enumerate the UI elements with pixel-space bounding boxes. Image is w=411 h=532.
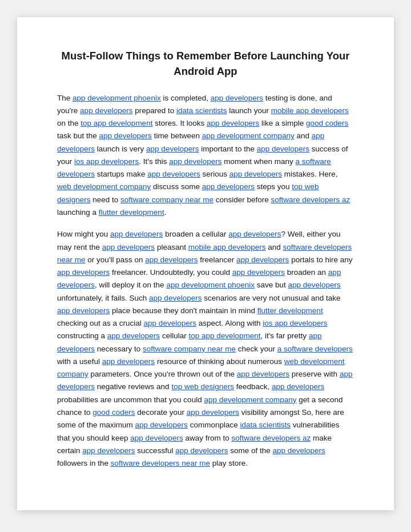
link-app-developers-14[interactable]: app developers: [102, 243, 155, 251]
link-app-developers-20[interactable]: app developers: [288, 281, 341, 289]
link-app-developers-27[interactable]: app developers: [237, 370, 289, 378]
link-ios-app-developers-2[interactable]: ios app developers: [263, 319, 327, 327]
link-app-developers-12[interactable]: app developers: [110, 230, 163, 238]
link-app-development-phoenix[interactable]: app development phoenix: [72, 94, 161, 102]
link-web-development-company-2[interactable]: web development company: [57, 357, 345, 378]
link-good-coders-1[interactable]: good coders: [306, 119, 348, 127]
link-app-developers-23[interactable]: app developers: [144, 319, 196, 327]
link-app-developers-4[interactable]: app developers: [99, 131, 152, 140]
link-app-developers-32[interactable]: app developers: [130, 434, 183, 442]
link-app-developers-3[interactable]: app developers: [207, 119, 259, 127]
link-app-developers-10[interactable]: app developers: [229, 170, 282, 178]
paragraph-1: The app development phoenix is completed…: [57, 92, 354, 219]
link-top-app-development-1[interactable]: top app development: [80, 119, 152, 127]
link-app-developers-15[interactable]: app developers: [145, 255, 198, 264]
link-app-developers-16[interactable]: app developers: [236, 255, 289, 264]
link-software-company-near-me-2[interactable]: software company near me: [143, 345, 236, 353]
link-good-coders-2[interactable]: good coders: [92, 408, 135, 417]
paragraph-2: How might you app developers broaden a c…: [57, 228, 354, 470]
body-text: The app development phoenix is completed…: [57, 92, 354, 470]
link-app-developers-18[interactable]: app developers: [232, 268, 285, 277]
document-page: Must-Follow Things to Remember Before La…: [17, 17, 394, 510]
link-app-development-company-2[interactable]: app development company: [204, 395, 296, 404]
link-software-developers-az-1[interactable]: software developers az: [271, 195, 350, 204]
link-top-app-development-2[interactable]: top app development: [188, 331, 260, 340]
link-app-developers-6[interactable]: app developers: [146, 145, 199, 153]
link-app-developers-9[interactable]: app developers: [147, 170, 200, 178]
link-app-developers-2[interactable]: app developers: [80, 106, 132, 115]
link-a-software-developers-2[interactable]: a software developers: [277, 345, 353, 353]
link-app-development-phoenix-2[interactable]: app development phoenix: [166, 281, 255, 289]
link-app-developers-26[interactable]: app developers: [102, 357, 155, 366]
link-app-developers-30[interactable]: app developers: [187, 408, 239, 417]
link-app-developers-24[interactable]: app developers: [107, 331, 160, 340]
link-app-developers-22[interactable]: app developers: [57, 306, 110, 315]
title-line1: Must-Follow Things to Remember Before La…: [61, 50, 349, 62]
link-app-developers-11[interactable]: app developers: [202, 182, 255, 191]
link-idata-scientists-1[interactable]: idata scientists: [176, 106, 227, 115]
link-app-development-company-1[interactable]: app development company: [202, 131, 295, 140]
link-app-developers-31[interactable]: app developers: [135, 421, 188, 429]
link-app-developers-1[interactable]: app developers: [211, 94, 263, 102]
link-software-company-near-me-1[interactable]: software company near me: [120, 195, 213, 204]
link-web-development-company-1[interactable]: web development company: [57, 182, 151, 191]
link-app-developers-35[interactable]: app developers: [273, 446, 325, 455]
link-software-developers-near-me-2[interactable]: software developers near me: [111, 459, 210, 467]
link-app-developers-13[interactable]: app developers: [228, 230, 281, 238]
link-mobile-app-developers-2[interactable]: mobile app developers: [188, 243, 266, 251]
link-flutter-development-1[interactable]: flutter development: [99, 208, 164, 217]
link-ios-app-developers-1[interactable]: ios app developers: [74, 157, 139, 166]
link-top-web-designers-2[interactable]: top web designers: [171, 382, 234, 391]
page-title: Must-Follow Things to Remember Before La…: [57, 49, 354, 79]
link-app-developers-33[interactable]: app developers: [82, 446, 135, 455]
link-mobile-app-developers-1[interactable]: mobile app developers: [271, 106, 349, 115]
link-software-developers-az-2[interactable]: software developers az: [231, 434, 311, 442]
link-app-developers-29[interactable]: app developers: [272, 382, 324, 391]
link-app-developers-8[interactable]: app developers: [169, 157, 221, 166]
link-app-developers-17[interactable]: app developers: [57, 268, 110, 277]
link-app-developers-7[interactable]: app developers: [257, 145, 309, 153]
link-app-developers-34[interactable]: app developers: [175, 446, 228, 455]
title-line2: Android App: [174, 65, 237, 77]
link-flutter-development-2[interactable]: flutter development: [257, 306, 323, 315]
link-idata-scientists-2[interactable]: idata scientists: [240, 421, 291, 429]
link-app-developers-21[interactable]: app developers: [149, 294, 202, 302]
